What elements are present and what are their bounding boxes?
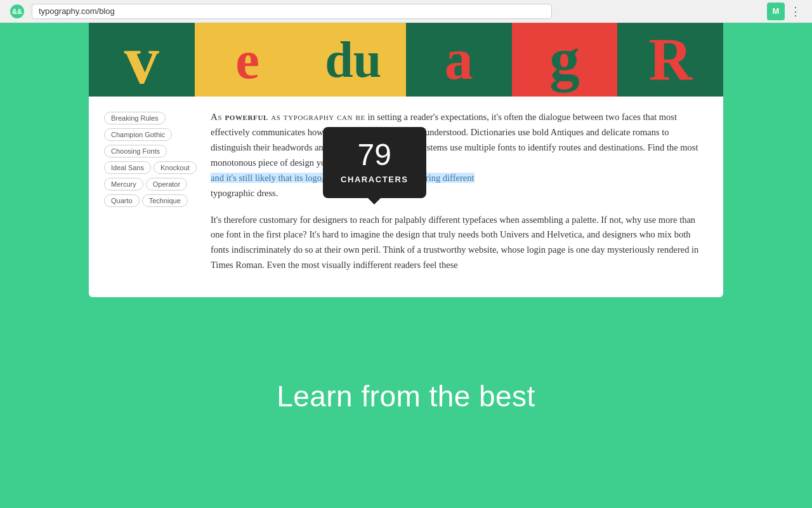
main-article-content: 79 CHARACTERS As powerful as typography … (206, 109, 708, 284)
article-body: Breaking Rules Champion Gothic Choosing … (89, 97, 723, 297)
page-wrapper: v e du a g R Breaking Rules Champion Got… (0, 23, 812, 508)
more-options-button[interactable]: ⋮ (790, 4, 802, 18)
tag-mercury[interactable]: Mercury (104, 178, 143, 190)
brand-logo: && (10, 4, 24, 18)
bottom-title: Learn from the best (277, 379, 535, 413)
highlighted-text: and it's still likely that its logo, hea… (211, 173, 475, 183)
tag-breaking-rules[interactable]: Breaking Rules (104, 112, 166, 124)
paragraph-2: It's therefore customary for designers t… (211, 213, 708, 274)
article-text: As powerful as typography can be in sett… (211, 109, 708, 273)
hero-letter-a: a (406, 23, 512, 97)
tag-ideal-sans[interactable]: Ideal Sans (104, 161, 151, 174)
user-avatar[interactable]: M (767, 3, 785, 20)
sidebar-tags: Breaking Rules Champion Gothic Choosing … (104, 109, 206, 284)
bottom-section: Learn from the best (0, 297, 812, 508)
hero-letter-v: v (89, 23, 195, 97)
tag-operator[interactable]: Operator (146, 178, 187, 190)
browser-chrome: && typography.com/blog M ⋮ (0, 0, 812, 23)
paragraph-1: As powerful as typography can be in sett… (211, 109, 708, 201)
tag-choosing-fonts[interactable]: Choosing Fonts (104, 145, 167, 157)
tag-knockout[interactable]: Knockout (154, 161, 197, 174)
tag-technique[interactable]: Technique (142, 194, 188, 207)
tag-quarto[interactable]: Quarto (104, 194, 140, 207)
browser-actions: M ⋮ (767, 3, 802, 20)
hero-letter-g: g (512, 23, 618, 97)
hero-letter-r: R (617, 23, 723, 97)
article-card: v e du a g R Breaking Rules Champion Got… (89, 23, 723, 297)
hero-letter-e: e (195, 23, 301, 97)
hero-image: v e du a g R (89, 23, 723, 97)
small-caps-text: As powerful as typography can be (211, 112, 365, 122)
url-bar[interactable]: typography.com/blog (32, 4, 552, 19)
hero-letter-du: du (300, 23, 406, 97)
tag-champion-gothic[interactable]: Champion Gothic (104, 128, 172, 141)
